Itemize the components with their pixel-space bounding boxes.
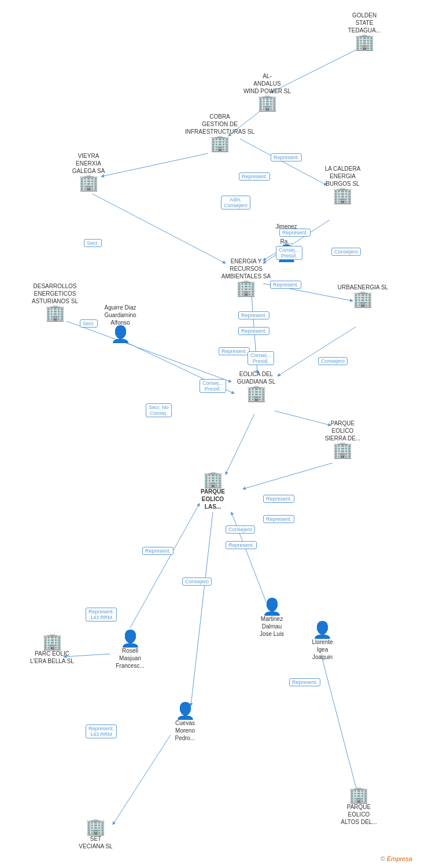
node-parque-sierra: PARQUEEOLICOSIERRA DE... 🏢	[312, 420, 373, 458]
desarrollos-label: DESARROLLOSENERGETICOSASTURIANOS SL	[32, 282, 78, 305]
brand-name: Empresa	[387, 855, 412, 862]
badge-consej-presid-2: Consej...Presid.	[248, 351, 274, 365]
badge-represent-8: Represent.	[263, 495, 294, 503]
node-energia-recursos: ENERGIA YRECURSOSAMBIENTALES SA 🏢	[213, 258, 279, 296]
badge-consejero-4: Consejero	[182, 578, 212, 586]
svg-line-20	[191, 512, 213, 706]
aguirre-icon: 👤	[110, 326, 131, 343]
cobra-label: COBRAGESTION DEINFRAESTRUCTURAS SL	[185, 113, 254, 135]
badge-represent-10: Represent.	[226, 541, 257, 549]
al-andalus-icon: 🏢	[257, 95, 278, 111]
node-al-andalus: AL-ANDALUSWIND POWER SL 🏢	[238, 72, 296, 111]
parque-altos-label: PARQUEEOLICOALTOS DEL...	[341, 803, 376, 826]
martinez-icon: 👤	[262, 599, 282, 615]
badge-consej-presid-1: Consej...Presid.	[276, 246, 302, 260]
svg-line-5	[93, 194, 226, 263]
badge-represent-3: Represent.	[279, 229, 311, 237]
badge-represent-2: Represent.	[239, 172, 270, 181]
copyright: © Empresa	[381, 855, 412, 862]
badge-represent-143-2: Represent.143 RRM	[86, 724, 117, 738]
badge-consejero-3: Consejero	[226, 525, 255, 534]
parque-eolico-las-icon: 🏢	[203, 472, 223, 488]
node-desarrollos: DESARROLLOSENERGETICOSASTURIANOS SL 🏢	[23, 282, 87, 321]
badge-represent-143-1: Represent.143 RRM	[86, 608, 117, 621]
eolica-guadiana-icon: 🏢	[246, 385, 267, 402]
badge-consej-presid-3: Consej...Presid.	[200, 379, 226, 393]
parque-sierra-icon: 🏢	[333, 442, 353, 458]
node-eolica-guadiana: EOLICA DELGUADIANA SL 🏢	[224, 370, 288, 402]
node-cuevas: 👤 CuevasMorenoPedro...	[156, 703, 214, 742]
parc-eolic-label: PARC EOLICL'ERA BELLA SL	[30, 650, 74, 665]
cuevas-icon: 👤	[175, 703, 195, 719]
badge-consejero-2: Consejero	[318, 357, 348, 365]
set-veciana-label: SETVECIANA SL	[79, 835, 112, 850]
golden-state-label: GOLDENSTATETEDAGUA...	[348, 12, 381, 34]
badge-represent-7: Represent.	[219, 347, 250, 355]
node-rosell: 👤 RosellMasjuanFrancesc...	[101, 631, 159, 670]
vieyra-icon: 🏢	[79, 175, 99, 191]
parque-eolico-las-label: PARQUEEOLICOLAS...	[201, 488, 225, 510]
rosell-label: RosellMasjuanFrancesc...	[116, 647, 144, 670]
node-llorente: 👤 LlorenteIgeaJoaquin	[295, 622, 350, 661]
node-parque-altos: 🏢 PARQUEEOLICOALTOS DEL...	[328, 787, 389, 826]
badge-represent-5: Represent.	[238, 311, 269, 319]
badge-secr-no-consej: Secr. NoConsej.	[146, 403, 172, 417]
badge-represent-9: Represent.	[263, 515, 294, 523]
node-parc-eolic: 🏢 PARC EOLICL'ERA BELLA SL	[23, 634, 81, 665]
golden-state-icon: 🏢	[354, 34, 375, 50]
badge-secr-2: Secr.	[80, 319, 98, 328]
badge-consejero-1: Consejero	[331, 248, 361, 256]
node-parque-eolico-las: 🏢 PARQUEEOLICOLAS...	[184, 472, 242, 510]
svg-line-17	[130, 503, 200, 628]
node-set-veciana: 🏢 SETVECIANA SL	[68, 819, 123, 850]
urbaenergia-icon: 🏢	[353, 291, 373, 307]
badge-represent-6: Represent.	[238, 327, 269, 335]
vieyra-label: VIEYRAENERXIAGALEGA SA	[72, 152, 105, 175]
cuevas-label: CuevasMorenoPedro...	[175, 719, 195, 742]
al-andalus-label: AL-ANDALUSWIND POWER SL	[243, 72, 291, 95]
svg-line-19	[113, 735, 171, 825]
svg-line-8	[278, 327, 356, 376]
martinez-label: MartinezDalmauJose Luis	[260, 615, 284, 638]
eolica-guadiana-label: EOLICA DELGUADIANA SL	[237, 370, 276, 385]
badge-represent-11: Represent.	[142, 547, 173, 555]
rosell-icon: 👤	[120, 631, 141, 647]
badge-represent-4: Represent.	[270, 281, 301, 289]
set-veciana-icon: 🏢	[86, 819, 106, 835]
llorente-icon: 👤	[312, 622, 333, 638]
svg-line-2	[101, 153, 208, 176]
desarrollos-icon: 🏢	[45, 305, 65, 321]
badge-represent-1: Represent.	[271, 153, 302, 161]
node-golden-state: GOLDENSTATETEDAGUA... 🏢	[338, 12, 390, 50]
energia-recursos-label: ENERGIA YRECURSOSAMBIENTALES SA	[221, 258, 271, 280]
cobra-icon: 🏢	[210, 135, 230, 152]
la-caldera-icon: 🏢	[333, 187, 353, 204]
node-vieyra: VIEYRAENERXIAGALEGA SA 🏢	[62, 152, 115, 191]
parc-eolic-icon: 🏢	[42, 634, 62, 650]
node-la-caldera: LA CALDERAENERGIABURGOS SL 🏢	[312, 165, 373, 204]
badge-secr-1: Secr.	[84, 239, 102, 247]
node-urbaenergia: URBAENERGIA SL 🏢	[335, 284, 390, 307]
aguirre-label: Aguirre DiazGuardaminoAlfonso	[104, 304, 136, 326]
node-cobra: COBRAGESTION DEINFRAESTRUCTURAS SL 🏢	[185, 113, 254, 152]
energia-recursos-icon: 🏢	[236, 280, 256, 296]
svg-line-13	[243, 463, 333, 489]
la-caldera-label: LA CALDERAENERGIABURGOS SL	[325, 165, 361, 187]
llorente-label: LlorenteIgeaJoaquin	[312, 638, 333, 661]
node-aguirre: Aguirre DiazGuardaminoAlfonso 👤	[91, 304, 149, 343]
node-martinez: 👤 MartinezDalmauJose Luis	[243, 599, 301, 638]
parque-altos-icon: 🏢	[349, 787, 369, 803]
svg-line-16	[321, 654, 357, 793]
badge-adm-consejero: Adm.Consejero	[221, 196, 250, 209]
parque-sierra-label: PARQUEEOLICOSIERRA DE...	[325, 420, 361, 442]
svg-line-12	[226, 414, 254, 475]
badge-represent-12: Represent.	[289, 678, 320, 686]
